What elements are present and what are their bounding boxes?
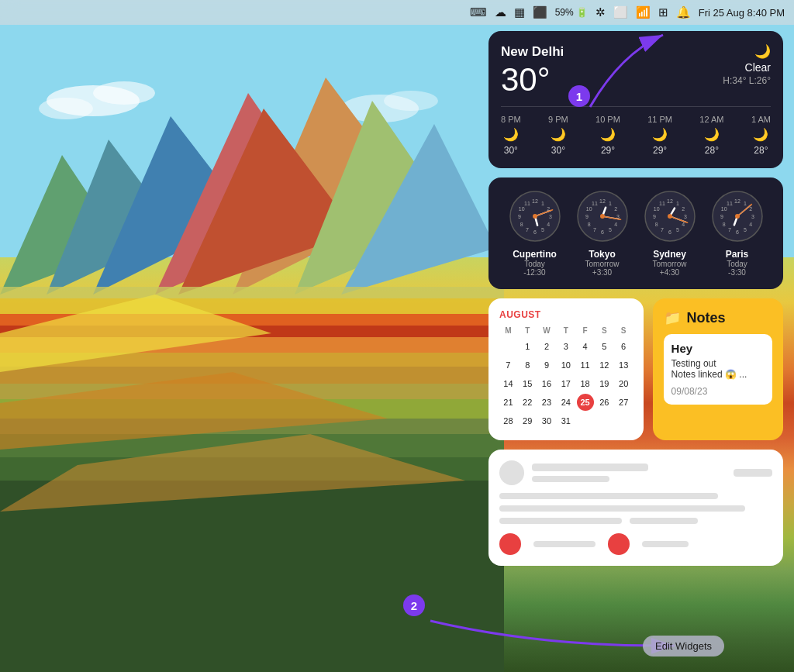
screen-mirroring-icon[interactable]: ⬜	[613, 5, 628, 19]
keyboard-icon[interactable]: ▦	[514, 5, 525, 19]
svg-point-3	[39, 98, 93, 119]
weather-hour-time: 10 PM	[596, 115, 620, 124]
cal-day-cell[interactable]: 20	[615, 375, 632, 392]
weather-hour-icon: 🌙	[503, 127, 519, 142]
cloud-icon[interactable]: ☁	[495, 5, 506, 19]
clock-label: Paris Today -3:30	[726, 249, 748, 277]
analog-clock-svg: 121234567891011	[711, 190, 764, 243]
notification-center-icon[interactable]: 🔔	[676, 5, 691, 19]
cal-day-cell[interactable]: 8	[519, 357, 536, 374]
svg-text:6: 6	[668, 229, 671, 235]
cal-day-cell[interactable]: 3	[558, 338, 575, 355]
weather-high-low: H:34° L:26°	[723, 75, 771, 86]
airplay-icon[interactable]: ⬛	[533, 5, 547, 19]
svg-text:10: 10	[720, 206, 727, 212]
cal-day-cell[interactable]: 24	[558, 394, 575, 411]
cal-day-cell[interactable]: 27	[615, 394, 632, 411]
cal-day-cell	[499, 338, 516, 355]
wifi-icon[interactable]: 📶	[636, 5, 651, 19]
control-center-icon[interactable]: ⊞	[658, 5, 668, 19]
svg-text:9: 9	[653, 214, 656, 219]
cal-day-cell[interactable]: 19	[596, 375, 613, 392]
svg-text:5: 5	[609, 227, 612, 233]
weather-hour-temp: 29°	[653, 145, 667, 156]
svg-rect-14	[0, 287, 504, 298]
weather-hour-item: 10 PM 🌙 29°	[596, 115, 620, 156]
svg-text:12: 12	[667, 198, 673, 204]
svg-text:7: 7	[661, 227, 664, 233]
svg-point-5	[384, 91, 438, 111]
svg-point-2	[93, 81, 155, 105]
cal-day-cell[interactable]: 17	[558, 375, 575, 392]
weather-city-row: New Delhi 🌙	[501, 43, 771, 60]
weather-hourly-row: 8 PM 🌙 30° 9 PM 🌙 30° 10 PM 🌙 29° 11 PM …	[501, 106, 771, 156]
svg-text:8: 8	[654, 222, 658, 227]
cal-day-cell[interactable]: 2	[538, 338, 555, 355]
mic-icon[interactable]: ⌨	[470, 5, 487, 19]
notes-note-title: Hey	[671, 342, 765, 355]
clock-day: Tomorrow	[653, 260, 687, 268]
cal-day-cell[interactable]: 1	[519, 338, 536, 355]
cal-day-cell[interactable]: 15	[519, 375, 536, 392]
svg-point-63	[600, 214, 605, 219]
cal-header-cell: W	[538, 325, 556, 336]
weather-hour-item: 1 AM 🌙 28°	[751, 115, 771, 156]
clock-city: Tokyo	[585, 249, 620, 260]
clock-day: Tomorrow	[585, 260, 620, 268]
analog-clock-svg: 121234567891011	[576, 190, 629, 243]
cal-day-cell[interactable]: 7	[499, 357, 516, 374]
cal-day-cell[interactable]: 14	[499, 375, 516, 392]
placeholder-line1	[532, 464, 648, 471]
cal-day-cell[interactable]: 22	[519, 394, 536, 411]
cal-day-cell[interactable]: 4	[577, 338, 594, 355]
cal-day-cell	[615, 412, 632, 429]
cal-day-cell[interactable]: 9	[538, 357, 555, 374]
bluetooth-icon[interactable]: ✲	[596, 5, 606, 19]
svg-text:12: 12	[599, 198, 606, 204]
cal-day-cell[interactable]: 5	[596, 338, 613, 355]
notes-widget[interactable]: 📁 Notes Hey Testing outNotes linked 😱 ..…	[653, 298, 783, 440]
cal-day-cell[interactable]: 28	[499, 412, 516, 429]
svg-text:8: 8	[722, 222, 725, 227]
cal-day-cell[interactable]: 13	[615, 357, 632, 374]
cal-day-cell[interactable]: 29	[519, 412, 536, 429]
weather-city-label: New Delhi	[501, 44, 564, 60]
cal-day-cell[interactable]: 16	[538, 375, 555, 392]
cal-day-cell[interactable]: 23	[538, 394, 555, 411]
svg-rect-15	[0, 298, 504, 314]
annotation-circle-1: 1	[568, 85, 590, 107]
weather-widget[interactable]: New Delhi 🌙 30° Clear H:34° L:26° 8 PM 🌙…	[488, 31, 783, 168]
cal-day-cell[interactable]: 6	[615, 338, 632, 355]
svg-text:3: 3	[549, 214, 552, 219]
cal-day-cell[interactable]: 18	[577, 375, 594, 392]
cal-day-cell[interactable]: 26	[596, 394, 613, 411]
clock-day: Today	[726, 260, 748, 268]
svg-text:6: 6	[533, 229, 537, 235]
weather-hour-icon: 🌙	[551, 127, 566, 142]
clock-item: 121234567891011 Paris Today -3:30	[711, 190, 764, 277]
clock-offset: +3:30	[585, 268, 620, 277]
cal-day-cell[interactable]: 12	[596, 357, 613, 374]
calendar-widget[interactable]: AUGUST MTWTFSS12345678910111213141516171…	[488, 298, 644, 440]
cal-day-cell[interactable]: 30	[538, 412, 555, 429]
weather-hour-item: 11 PM 🌙 29°	[647, 115, 672, 156]
edit-widgets-button[interactable]: Edit Widgets	[643, 636, 724, 656]
placeholder-line7	[630, 518, 698, 524]
annotation-2: 2	[403, 594, 425, 616]
cal-day-cell[interactable]: 11	[577, 357, 594, 374]
cal-header-cell: M	[499, 325, 517, 336]
weather-condition-text: Clear	[723, 61, 771, 74]
cal-day-cell	[577, 412, 594, 429]
placeholder-line6	[499, 518, 622, 524]
cal-day-cell[interactable]: 21	[499, 394, 516, 411]
placeholder-dot1	[499, 533, 521, 555]
cal-day-cell[interactable]: 10	[558, 357, 575, 374]
menubar-datetime: Fri 25 Aug 8:40 PM	[699, 7, 785, 19]
cal-header-cell: F	[576, 325, 594, 336]
clocks-widget[interactable]: 121234567891011 Cupertino Today -12:30 1…	[488, 177, 783, 289]
cal-day-cell[interactable]: 25	[577, 394, 594, 411]
cal-day-cell[interactable]: 31	[558, 412, 575, 429]
placeholder-widget	[488, 450, 783, 566]
weather-hour-temp: 28°	[754, 145, 768, 156]
svg-text:9: 9	[720, 214, 723, 219]
